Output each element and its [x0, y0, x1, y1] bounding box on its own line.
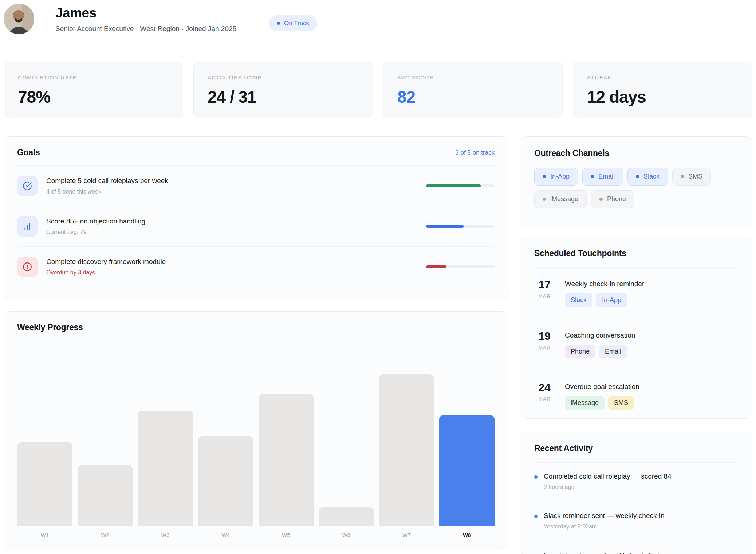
chart-bar-group[interactable]: W2 [78, 465, 133, 538]
recent-activity-title: Recent Activity [534, 444, 739, 453]
outreach-title: Outreach Channels [534, 148, 739, 158]
activity-title: Completed cold call roleplay — scored 84 [544, 472, 672, 480]
goal-subtitle: 4 of 5 done this week [46, 188, 168, 195]
chart-bar [379, 374, 434, 526]
channel-chips: In-App Email Slack SMS iMessage [534, 168, 739, 208]
channel-chip[interactable]: Slack [627, 168, 668, 186]
chart-bar [78, 465, 133, 526]
goal-text: Complete 5 cold call roleplays per week … [46, 177, 168, 195]
goal-progress-track [426, 265, 495, 268]
goal-row[interactable]: Complete 5 cold call roleplays per week … [17, 166, 495, 206]
touchpoint-body: Overdue goal escalation iMessageSMS [565, 381, 639, 410]
page: James Senior Account Executive · West Re… [0, 0, 756, 554]
activity-time: 2 hours ago [544, 484, 672, 491]
weekly-progress-card: Weekly Progress W1 W2 W3 [4, 311, 508, 550]
channel-chip[interactable]: In-App [534, 168, 578, 186]
chart-bar [319, 507, 374, 526]
chart-bar [259, 394, 314, 526]
channel-label: Phone [607, 195, 626, 203]
touchpoint-title: Weekly check-in reminder [565, 278, 644, 288]
channel-label: Slack [643, 173, 659, 180]
touchpoint-tag: In-App [596, 293, 627, 307]
goal-progress-fill [426, 184, 481, 187]
goal-subtitle: Overdue by 3 days [46, 269, 166, 276]
profile-text: James Senior Account Executive · West Re… [55, 5, 236, 33]
touchpoint-tag: iMessage [565, 396, 605, 410]
touchpoint-month: MAR [534, 396, 555, 402]
channel-chip[interactable]: Phone [591, 190, 634, 208]
touchpoint-tag: Phone [565, 345, 595, 358]
channel-dot-icon [543, 175, 546, 178]
goal-progress-track [426, 225, 495, 228]
touchpoints-card: Scheduled Touchpoints 17 MAR Weekly chec… [521, 237, 752, 419]
touchpoint-tag: Slack [565, 293, 592, 307]
goal-row[interactable]: Complete discovery framework module Over… [17, 247, 495, 287]
chart-bar-group[interactable]: W8 [439, 415, 495, 538]
avatar [4, 4, 34, 34]
chart-bar-group[interactable]: W6 [319, 507, 374, 538]
status-badge: On Track [269, 15, 317, 31]
goal-icon-tile [17, 176, 38, 196]
chart-bar-group[interactable]: W7 [379, 374, 434, 538]
channel-dot-icon [599, 198, 603, 201]
goal-text: Complete discovery framework module Over… [46, 258, 166, 276]
goal-row[interactable]: Score 85+ on objection handling Current … [17, 206, 495, 247]
goals-summary-link[interactable]: 3 of 5 on track [455, 149, 495, 156]
goal-progress-fill [426, 225, 464, 228]
channel-dot-icon [636, 175, 639, 178]
channel-chip[interactable]: SMS [672, 168, 711, 186]
chart-bar [138, 411, 193, 526]
chart-bar-label: W4 [198, 532, 253, 538]
status-dot-icon [277, 22, 280, 25]
touchpoint-title: Overdue goal escalation [565, 381, 639, 391]
touchpoint-tags: PhoneEmail [565, 345, 635, 358]
chart-bar [439, 415, 495, 526]
channel-dot-icon [681, 175, 684, 178]
touchpoint-body: Weekly check-in reminder SlackIn-App [565, 278, 644, 307]
stat-card: AVG SCORE 82 [383, 62, 563, 118]
channel-label: Email [598, 173, 615, 180]
channel-chip[interactable]: iMessage [534, 190, 587, 208]
touchpoint-title: Coaching conversation [565, 330, 635, 339]
profile-subtitle: Senior Account Executive · West Region ·… [55, 25, 236, 33]
stats-row: COMPLETION RATE 78% ACTIVITIES DONE 24 /… [4, 62, 752, 118]
goal-title: Score 85+ on objection handling [46, 217, 145, 225]
channel-label: SMS [688, 173, 702, 180]
touchpoint-body: Coaching conversation PhoneEmail [565, 330, 635, 358]
touchpoint-day: 17 [534, 278, 555, 291]
goals-header: Goals 3 of 5 on track [17, 148, 495, 157]
alert-circle-icon [23, 262, 32, 272]
chart-bar-label: W1 [17, 532, 72, 538]
touchpoints-title: Scheduled Touchpoints [534, 249, 739, 258]
touchpoint-day: 19 [534, 330, 555, 342]
stat-value: 82 [397, 87, 548, 107]
weekly-progress-title: Weekly Progress [17, 323, 495, 332]
chart-bar-group[interactable]: W4 [198, 436, 253, 538]
chart-bar-label: W6 [319, 532, 374, 538]
channel-chip[interactable]: Email [582, 168, 623, 186]
recent-activity-list: Completed cold call roleplay — scored 84… [534, 462, 739, 554]
goals-list: Complete 5 cold call roleplays per week … [17, 166, 495, 287]
chart-bar [198, 436, 253, 526]
activity-title: Slack reminder sent — weekly check-in [544, 512, 665, 520]
chart-bar-label: W5 [259, 532, 314, 538]
check-circle-icon [23, 181, 32, 191]
chart-bar-group[interactable]: W3 [138, 411, 193, 538]
touchpoint-date: 17 MAR [534, 278, 555, 307]
touchpoint-row[interactable]: 17 MAR Weekly check-in reminder SlackIn-… [534, 268, 739, 319]
recent-activity-card: Recent Activity Completed cold call role… [521, 432, 752, 554]
chart-bar-group[interactable]: W5 [259, 394, 314, 538]
touchpoint-row[interactable]: 19 MAR Coaching conversation PhoneEmail [534, 319, 739, 370]
stat-label: AVG SCORE [397, 74, 548, 81]
chart-bar-label: W8 [439, 532, 495, 538]
activity-dot-icon [534, 515, 538, 518]
goal-icon-tile [17, 216, 38, 237]
outreach-card: Outreach Channels In-App Email Slack [521, 136, 752, 226]
goals-title: Goals [17, 148, 40, 157]
touchpoint-month: MAR [534, 345, 555, 351]
chart-bar-label: W2 [78, 532, 133, 538]
chart-bar-group[interactable]: W1 [17, 442, 72, 538]
touchpoint-row[interactable]: 24 MAR Overdue goal escalation iMessageS… [534, 370, 739, 419]
activity-row: Slack reminder sent — weekly check-in Ye… [534, 502, 739, 541]
right-column: Outreach Channels In-App Email Slack [521, 136, 752, 554]
